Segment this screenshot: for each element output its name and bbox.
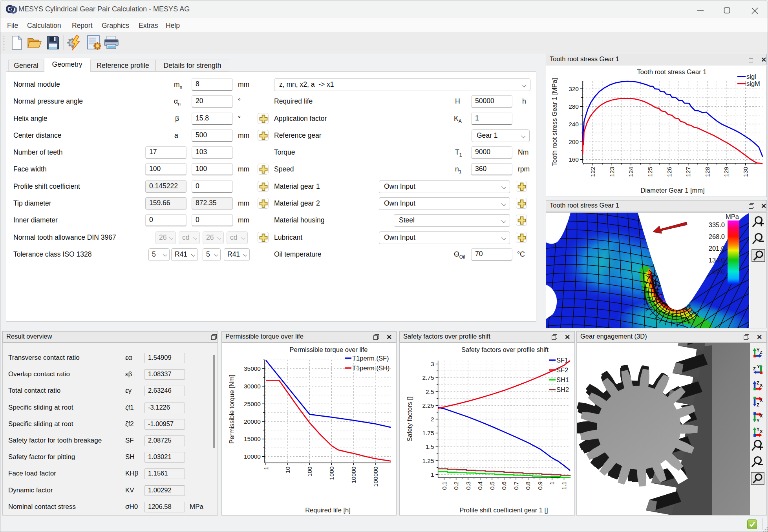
svg-text:320: 320	[569, 86, 579, 92]
svg-text:128: 128	[704, 167, 711, 177]
svg-text:123: 123	[609, 167, 615, 177]
svg-text:1: 1	[431, 471, 434, 478]
svg-text:Permissible torque [Nm]: Permissible torque [Nm]	[228, 375, 235, 444]
svg-text:0.2: 0.2	[453, 481, 459, 490]
svg-text:0.7: 0.7	[513, 481, 519, 490]
svg-text:X: X	[760, 398, 763, 403]
svg-text:2.75: 2.75	[422, 374, 434, 381]
svg-text:2.25: 2.25	[422, 402, 434, 409]
svg-text:Z: Z	[757, 403, 759, 407]
svg-text:124: 124	[627, 167, 634, 177]
svg-text:Y: Y	[757, 427, 760, 432]
svg-text:Y: Y	[757, 364, 760, 369]
svg-text:280: 280	[569, 103, 579, 110]
svg-text:2: 2	[431, 416, 434, 423]
svg-text:1000: 1000	[328, 466, 335, 480]
svg-text:SF2: SF2	[556, 366, 568, 373]
svg-text:1.75: 1.75	[422, 430, 434, 436]
svg-text:10000: 10000	[350, 466, 357, 483]
svg-text:129: 129	[723, 167, 730, 177]
svg-text:X: X	[760, 383, 763, 388]
svg-text:25000: 25000	[244, 401, 261, 407]
svg-text:1: 1	[263, 466, 269, 470]
svg-text:X: X	[760, 414, 763, 418]
svg-text:Profile shift coefficient gear: Profile shift coefficient gear 1 []	[459, 506, 548, 514]
svg-text:0.1: 0.1	[441, 481, 448, 490]
svg-text:10: 10	[284, 466, 291, 474]
svg-text:268.0: 268.0	[709, 233, 725, 240]
svg-text:Tooth root stress Gear 1: Tooth root stress Gear 1	[637, 68, 707, 75]
svg-text:T1perm (SH): T1perm (SH)	[352, 364, 389, 372]
svg-text:2.5: 2.5	[426, 388, 434, 395]
svg-text:Safety factors over profile sh: Safety factors over profile shift	[461, 346, 549, 353]
svg-text:100000: 100000	[372, 466, 379, 487]
svg-text:20000: 20000	[244, 418, 261, 425]
svg-text:30000: 30000	[244, 383, 261, 390]
svg-text:MPa: MPa	[726, 213, 739, 220]
svg-text:0.5: 0.5	[489, 481, 496, 490]
svg-text:0.3: 0.3	[465, 481, 472, 490]
svg-text:100: 100	[306, 466, 313, 477]
svg-text:Required life [h]: Required life [h]	[305, 506, 351, 514]
svg-text:Safety factors []: Safety factors []	[406, 397, 413, 442]
svg-text:0.6: 0.6	[501, 481, 507, 490]
svg-text:SH1: SH1	[556, 376, 569, 383]
svg-text:SF1: SF1	[556, 357, 568, 364]
svg-text:Z: Z	[760, 350, 763, 355]
svg-text:T1perm (SF): T1perm (SF)	[352, 355, 389, 362]
svg-text:1.25: 1.25	[422, 457, 434, 464]
svg-text:67.0: 67.0	[712, 268, 725, 275]
svg-text:3: 3	[431, 361, 434, 367]
svg-text:1: 1	[549, 481, 555, 485]
svg-text:Z: Z	[753, 366, 756, 371]
svg-text:Y: Y	[757, 418, 760, 423]
svg-text:127: 127	[685, 167, 691, 177]
svg-text:201.0: 201.0	[709, 245, 725, 252]
svg-text:126: 126	[666, 167, 673, 177]
svg-text:1.1: 1.1	[561, 481, 567, 490]
svg-text:200: 200	[569, 138, 579, 145]
svg-text:sigl: sigl	[746, 73, 756, 80]
svg-text:Diameter Gear 1 [mm]: Diameter Gear 1 [mm]	[640, 187, 704, 194]
svg-text:160: 160	[569, 156, 579, 163]
svg-text:1.5: 1.5	[426, 443, 434, 450]
svg-text:15000: 15000	[244, 435, 261, 442]
svg-text:0.4: 0.4	[477, 481, 483, 490]
svg-text:0.8: 0.8	[525, 481, 531, 490]
svg-text:134.0: 134.0	[709, 257, 725, 264]
svg-text:0.9: 0.9	[537, 481, 543, 490]
svg-text:Z: Z	[757, 381, 759, 385]
svg-text:35000: 35000	[244, 365, 261, 372]
svg-text:130: 130	[742, 167, 749, 177]
svg-text:Permissible torque over life: Permissible torque over life	[290, 346, 368, 353]
svg-text:240: 240	[569, 121, 579, 128]
svg-text:Y: Y	[757, 348, 760, 352]
svg-text:SH2: SH2	[556, 386, 569, 393]
svg-text:125: 125	[647, 167, 653, 177]
svg-text:Tooth root stress Gear 1 [MPa]: Tooth root stress Gear 1 [MPa]	[551, 78, 558, 166]
svg-text:10000: 10000	[244, 453, 261, 460]
svg-text:X: X	[760, 429, 763, 434]
svg-text:122: 122	[589, 167, 596, 177]
svg-text:sigM: sigM	[746, 80, 760, 87]
svg-text:335.0: 335.0	[709, 221, 725, 228]
